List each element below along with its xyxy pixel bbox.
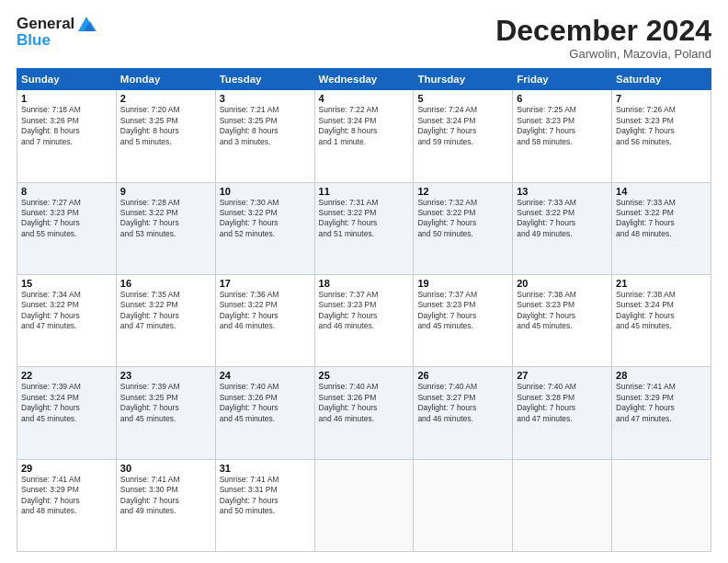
day-info: Sunrise: 7:41 AM Sunset: 3:29 PM Dayligh… [616,382,707,424]
day-cell: 20Sunrise: 7:38 AM Sunset: 3:23 PM Dayli… [513,274,612,366]
day-number: 12 [417,186,508,197]
day-cell: 23Sunrise: 7:39 AM Sunset: 3:25 PM Dayli… [116,367,215,459]
day-cell: 26Sunrise: 7:40 AM Sunset: 3:27 PM Dayli… [414,367,513,459]
day-cell: 22Sunrise: 7:39 AM Sunset: 3:24 PM Dayli… [17,367,117,459]
day-number: 3 [220,93,311,104]
day-cell: 19Sunrise: 7:37 AM Sunset: 3:23 PM Dayli… [414,274,513,366]
day-info: Sunrise: 7:33 AM Sunset: 3:22 PM Dayligh… [616,198,707,240]
day-number: 19 [417,278,508,289]
col-header-saturday: Saturday [612,69,711,90]
day-number: 11 [319,186,410,197]
logo: General Blue [17,15,97,50]
day-number: 22 [21,370,112,381]
day-number: 4 [319,93,410,104]
day-info: Sunrise: 7:31 AM Sunset: 3:22 PM Dayligh… [319,198,410,240]
week-row-4: 22Sunrise: 7:39 AM Sunset: 3:24 PM Dayli… [17,367,711,459]
day-info: Sunrise: 7:30 AM Sunset: 3:22 PM Dayligh… [220,198,311,240]
day-info: Sunrise: 7:22 AM Sunset: 3:24 PM Dayligh… [319,105,410,147]
col-header-friday: Friday [513,69,612,90]
month-title: December 2024 [495,15,711,47]
day-info: Sunrise: 7:28 AM Sunset: 3:22 PM Dayligh… [120,198,211,240]
day-number: 6 [517,93,608,104]
day-cell: 3Sunrise: 7:21 AM Sunset: 3:25 PM Daylig… [215,90,314,182]
location: Garwolin, Mazovia, Poland [495,47,711,61]
day-cell: 10Sunrise: 7:30 AM Sunset: 3:22 PM Dayli… [215,182,314,274]
day-cell: 6Sunrise: 7:25 AM Sunset: 3:23 PM Daylig… [513,90,612,182]
day-cell: 9Sunrise: 7:28 AM Sunset: 3:22 PM Daylig… [116,182,215,274]
day-info: Sunrise: 7:34 AM Sunset: 3:22 PM Dayligh… [21,290,112,332]
logo-icon [76,15,97,33]
day-number: 10 [220,186,311,197]
day-cell: 5Sunrise: 7:24 AM Sunset: 3:24 PM Daylig… [414,90,513,182]
day-number: 13 [517,186,608,197]
day-number: 20 [517,278,608,289]
day-cell: 29Sunrise: 7:41 AM Sunset: 3:29 PM Dayli… [17,459,117,551]
day-number: 2 [120,93,211,104]
day-info: Sunrise: 7:40 AM Sunset: 3:27 PM Dayligh… [417,382,508,424]
header-row: SundayMondayTuesdayWednesdayThursdayFrid… [17,69,711,90]
day-number: 14 [616,186,707,197]
day-number: 21 [616,278,707,289]
day-number: 1 [21,93,112,104]
day-number: 16 [120,278,211,289]
header: General Blue December 2024 Garwolin, Maz… [17,15,711,61]
calendar-table: SundayMondayTuesdayWednesdayThursdayFrid… [17,68,711,552]
day-number: 29 [21,463,112,474]
day-number: 25 [319,370,410,381]
day-number: 26 [417,370,508,381]
day-number: 27 [517,370,608,381]
col-header-sunday: Sunday [17,69,117,90]
day-info: Sunrise: 7:40 AM Sunset: 3:28 PM Dayligh… [517,382,608,424]
day-info: Sunrise: 7:21 AM Sunset: 3:25 PM Dayligh… [220,105,311,147]
day-cell: 25Sunrise: 7:40 AM Sunset: 3:26 PM Dayli… [314,367,414,459]
day-number: 18 [319,278,410,289]
day-cell: 27Sunrise: 7:40 AM Sunset: 3:28 PM Dayli… [513,367,612,459]
day-info: Sunrise: 7:37 AM Sunset: 3:23 PM Dayligh… [417,290,508,332]
day-number: 15 [21,278,112,289]
day-info: Sunrise: 7:27 AM Sunset: 3:23 PM Dayligh… [21,198,112,240]
day-cell [314,459,414,551]
week-row-5: 29Sunrise: 7:41 AM Sunset: 3:29 PM Dayli… [17,459,711,551]
title-area: December 2024 Garwolin, Mazovia, Poland [495,15,711,61]
day-number: 5 [417,93,508,104]
day-cell: 2Sunrise: 7:20 AM Sunset: 3:25 PM Daylig… [116,90,215,182]
day-cell: 21Sunrise: 7:38 AM Sunset: 3:24 PM Dayli… [612,274,711,366]
day-cell [414,459,513,551]
day-number: 9 [120,186,211,197]
day-cell: 11Sunrise: 7:31 AM Sunset: 3:22 PM Dayli… [314,182,414,274]
day-info: Sunrise: 7:32 AM Sunset: 3:22 PM Dayligh… [417,198,508,240]
day-info: Sunrise: 7:41 AM Sunset: 3:29 PM Dayligh… [21,475,112,517]
day-cell: 18Sunrise: 7:37 AM Sunset: 3:23 PM Dayli… [314,274,414,366]
week-row-2: 8Sunrise: 7:27 AM Sunset: 3:23 PM Daylig… [17,182,711,274]
day-cell: 31Sunrise: 7:41 AM Sunset: 3:31 PM Dayli… [215,459,314,551]
day-cell [513,459,612,551]
day-number: 8 [21,186,112,197]
day-info: Sunrise: 7:39 AM Sunset: 3:24 PM Dayligh… [21,382,112,424]
day-info: Sunrise: 7:25 AM Sunset: 3:23 PM Dayligh… [517,105,608,147]
page: General Blue December 2024 Garwolin, Maz… [0,0,728,563]
day-info: Sunrise: 7:40 AM Sunset: 3:26 PM Dayligh… [220,382,311,424]
day-cell: 16Sunrise: 7:35 AM Sunset: 3:22 PM Dayli… [116,274,215,366]
day-number: 31 [220,463,311,474]
col-header-wednesday: Wednesday [314,69,414,90]
day-info: Sunrise: 7:38 AM Sunset: 3:23 PM Dayligh… [517,290,608,332]
day-cell [612,459,711,551]
day-info: Sunrise: 7:41 AM Sunset: 3:31 PM Dayligh… [220,475,311,517]
day-info: Sunrise: 7:24 AM Sunset: 3:24 PM Dayligh… [417,105,508,147]
col-header-monday: Monday [116,69,215,90]
day-number: 28 [616,370,707,381]
day-number: 24 [220,370,311,381]
week-row-3: 15Sunrise: 7:34 AM Sunset: 3:22 PM Dayli… [17,274,711,366]
day-info: Sunrise: 7:36 AM Sunset: 3:22 PM Dayligh… [220,290,311,332]
col-header-tuesday: Tuesday [215,69,314,90]
day-number: 23 [120,370,211,381]
day-cell: 24Sunrise: 7:40 AM Sunset: 3:26 PM Dayli… [215,367,314,459]
day-info: Sunrise: 7:33 AM Sunset: 3:22 PM Dayligh… [517,198,608,240]
day-info: Sunrise: 7:40 AM Sunset: 3:26 PM Dayligh… [319,382,410,424]
day-info: Sunrise: 7:39 AM Sunset: 3:25 PM Dayligh… [120,382,211,424]
day-info: Sunrise: 7:20 AM Sunset: 3:25 PM Dayligh… [120,105,211,147]
day-cell: 15Sunrise: 7:34 AM Sunset: 3:22 PM Dayli… [17,274,117,366]
day-cell: 8Sunrise: 7:27 AM Sunset: 3:23 PM Daylig… [17,182,117,274]
day-cell: 4Sunrise: 7:22 AM Sunset: 3:24 PM Daylig… [314,90,414,182]
day-number: 17 [220,278,311,289]
